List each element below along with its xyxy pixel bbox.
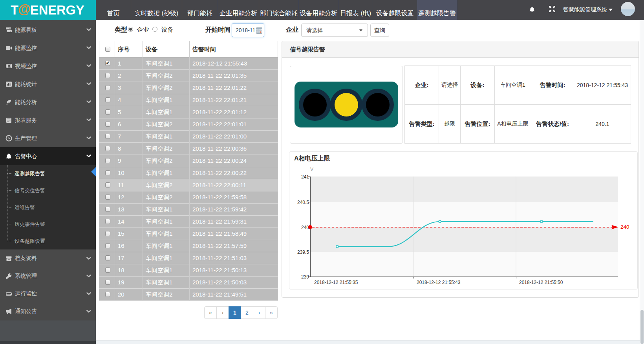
svg-text:239.5: 239.5 <box>297 249 309 255</box>
svg-text:2018-12-12 21:55:35: 2018-12-12 21:55:35 <box>314 280 358 285</box>
svg-text:241: 241 <box>301 174 309 180</box>
svg-text:240: 240 <box>620 224 629 230</box>
svg-text:240: 240 <box>301 225 309 230</box>
svg-text:240.5: 240.5 <box>297 200 309 205</box>
svg-text:V: V <box>310 167 313 172</box>
svg-text:239: 239 <box>301 274 309 280</box>
svg-text:2018-12-12 21:55:50: 2018-12-12 21:55:50 <box>519 280 563 285</box>
svg-text:2018-12-12 21:55:43: 2018-12-12 21:55:43 <box>417 280 461 285</box>
